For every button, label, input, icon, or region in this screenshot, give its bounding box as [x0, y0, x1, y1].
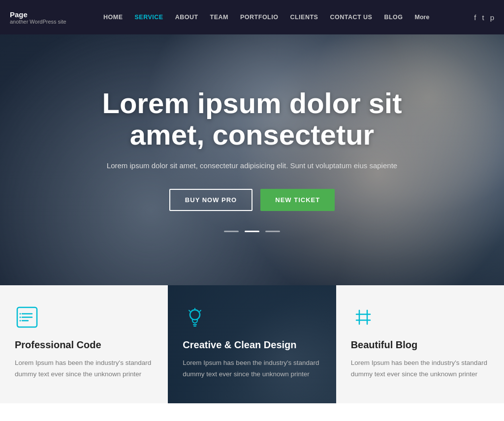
nav-home[interactable]: HOME — [98, 12, 128, 23]
brand-subtitle: another WordPress site — [10, 19, 89, 25]
hash-icon — [351, 305, 376, 330]
feature-text-creative: Lorem Ipsum has been the industry's stan… — [183, 358, 321, 380]
nav-portfolio[interactable]: PORTFOLIO — [235, 12, 283, 23]
features-section: Professional Code Lorem Ipsum has been t… — [0, 285, 504, 403]
dot-1[interactable] — [224, 231, 239, 232]
nav-socials: f t p — [474, 13, 494, 22]
bulb-icon — [183, 305, 207, 330]
nav-more[interactable]: More — [410, 12, 435, 23]
hero-section: Lorem ipsum dolor sit amet, consectetur … — [0, 34, 504, 285]
nav-links: HOME SERVICE ABOUT TEAM PORTFOLIO CLIENT… — [98, 12, 469, 23]
nav-team[interactable]: TEAM — [205, 12, 233, 23]
hero-dots — [70, 231, 434, 232]
twitter-icon[interactable]: t — [482, 13, 484, 22]
feature-title-professional: Professional Code — [15, 339, 153, 351]
pinterest-icon[interactable]: p — [490, 13, 494, 22]
svg-point-6 — [20, 320, 21, 322]
hero-title: Lorem ipsum dolor sit amet, consectetur — [70, 88, 434, 150]
svg-line-11 — [189, 310, 190, 311]
nav-about[interactable]: ABOUT — [170, 12, 203, 23]
svg-line-12 — [200, 310, 201, 311]
feature-card-blog: Beautiful Blog Lorem Ipsum has been the … — [336, 285, 504, 403]
nav-contact[interactable]: CONTACT US — [325, 12, 377, 23]
feature-text-professional: Lorem Ipsum has been the industry's stan… — [15, 358, 153, 380]
svg-point-7 — [190, 310, 200, 320]
brand-title: Page — [10, 10, 89, 19]
buy-now-button[interactable]: BUY NOW PRO — [169, 189, 252, 211]
nav-clients[interactable]: CLIENTS — [285, 12, 323, 23]
svg-point-4 — [20, 313, 21, 315]
nav-blog[interactable]: BLOG — [379, 12, 408, 23]
facebook-icon[interactable]: f — [474, 13, 476, 22]
dark-card-content: Creative & Clean Design Lorem Ipsum has … — [183, 305, 321, 380]
hero-subtitle: Lorem ipsum dolor sit amet, consectetur … — [70, 160, 434, 172]
navbar: Page another WordPress site HOME SERVICE… — [0, 0, 504, 34]
dot-2[interactable] — [245, 231, 259, 232]
dot-3[interactable] — [265, 231, 280, 232]
hero-buttons: BUY NOW PRO NEW TICKET — [70, 189, 434, 211]
list-icon — [15, 305, 39, 330]
new-ticket-button[interactable]: NEW TICKET — [260, 189, 335, 211]
feature-text-blog: Lorem Ipsum has been the industry's stan… — [351, 358, 489, 380]
feature-card-professional: Professional Code Lorem Ipsum has been t… — [0, 285, 168, 403]
feature-card-creative: Creative & Clean Design Lorem Ipsum has … — [168, 285, 336, 403]
feature-title-blog: Beautiful Blog — [351, 339, 489, 351]
hero-content: Lorem ipsum dolor sit amet, consectetur … — [55, 88, 449, 233]
nav-brand: Page another WordPress site — [10, 10, 89, 25]
nav-service[interactable]: SERVICE — [130, 12, 168, 23]
feature-title-creative: Creative & Clean Design — [183, 339, 321, 351]
svg-point-5 — [20, 317, 21, 318]
